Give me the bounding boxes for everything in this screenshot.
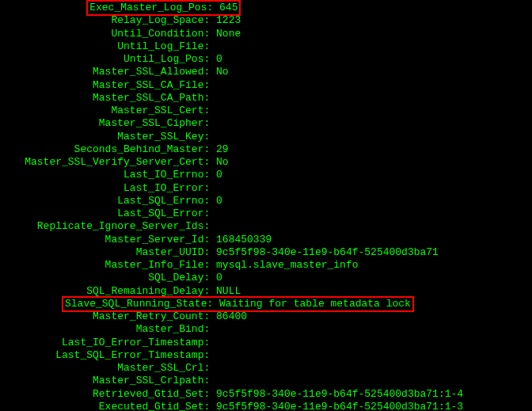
- colon-separator: :: [203, 362, 216, 375]
- status-row: Last_IO_Error:: [0, 182, 532, 195]
- status-key: Master_SSL_Verify_Server_Cert: [0, 156, 203, 169]
- status-row: Until_Condition: None: [0, 28, 532, 40]
- status-key: Last_IO_Error_Timestamp: [0, 337, 203, 349]
- colon-separator: :: [203, 131, 216, 143]
- colon-separator: :: [203, 66, 216, 78]
- status-key: Last_SQL_Error: [0, 207, 203, 220]
- status-row: Last_IO_Error_Timestamp:: [0, 337, 532, 349]
- status-key: Relay_Log_Space: [0, 14, 203, 27]
- status-row: Exec_Master_Log_Pos: 645: [0, 2, 532, 14]
- status-row: Master_SSL_Crl:: [0, 362, 532, 375]
- status-row: Master_SSL_Cert:: [0, 105, 532, 117]
- status-row: Master_Server_Id: 168450339: [0, 234, 532, 246]
- status-row: Master_Retry_Count: 86400: [0, 310, 532, 323]
- status-value: 86400: [216, 310, 247, 323]
- status-key: Retrieved_Gtid_Set: [0, 388, 203, 401]
- colon-separator: :: [203, 220, 216, 233]
- status-key: Last_SQL_Error_Timestamp: [0, 349, 203, 362]
- colon-separator: :: [203, 323, 216, 336]
- status-key: Master_SSL_CA_Path: [0, 92, 203, 105]
- status-row: Executed_Gtid_Set: 9c5f5f98-340e-11e9-b6…: [0, 401, 532, 411]
- status-key: Until_Log_Pos: [0, 53, 203, 66]
- status-value: 0: [216, 272, 222, 284]
- status-value: No: [216, 66, 229, 78]
- status-row: Last_SQL_Errno: 0: [0, 195, 532, 207]
- status-value: 29: [216, 143, 229, 156]
- status-row: Master_SSL_CA_Path:: [0, 92, 532, 105]
- colon-separator: :: [203, 401, 216, 411]
- slave-status-output: Exec_Master_Log_Pos: 645 Relay_Log_Space…: [0, 2, 532, 411]
- status-row: Master_UUID: 9c5f5f98-340e-11e9-b64f-525…: [0, 246, 532, 259]
- status-value: 9c5f5f98-340e-11e9-b64f-525400d3ba71: [216, 246, 439, 259]
- status-row: Replicate_Ignore_Server_Ids:: [0, 220, 532, 233]
- status-row: Master_Info_File: mysql.slave_master_inf…: [0, 259, 532, 272]
- status-key: Master_SSL_Cert: [0, 105, 203, 117]
- padding: [0, 298, 62, 310]
- status-value: mysql.slave_master_info: [216, 259, 358, 272]
- status-value: 0: [216, 53, 222, 66]
- status-key: Seconds_Behind_Master: [0, 143, 203, 156]
- colon-separator: :: [203, 388, 216, 401]
- status-row: Master_SSL_Allowed: No: [0, 66, 532, 78]
- colon-separator: :: [203, 375, 216, 387]
- highlight-box: Slave_SQL_Running_State: Waiting for tab…: [62, 296, 414, 312]
- status-row: Master_SSL_Verify_Server_Cert: No: [0, 156, 532, 169]
- colon-separator: :: [203, 169, 216, 181]
- status-value: 645: [219, 2, 238, 14]
- colon-separator: :: [203, 207, 216, 220]
- status-key: Master_SSL_Crlpath: [0, 375, 203, 387]
- status-key: Master_SSL_CA_File: [0, 79, 203, 92]
- status-key: SQL_Delay: [0, 272, 203, 284]
- colon-separator: :: [207, 298, 219, 310]
- status-row: Master_SSL_Key:: [0, 131, 532, 143]
- colon-separator: :: [203, 156, 216, 169]
- status-key: Master_SSL_Allowed: [0, 66, 203, 78]
- status-key: Until_Log_File: [0, 40, 203, 53]
- status-value: 1223: [216, 14, 241, 27]
- status-key: Executed_Gtid_Set: [0, 401, 203, 411]
- status-key: Master_Server_Id: [0, 234, 203, 246]
- status-key: Master_Retry_Count: [0, 310, 203, 323]
- colon-separator: :: [203, 105, 216, 117]
- colon-separator: :: [203, 246, 216, 259]
- status-value: No: [216, 156, 229, 169]
- status-value: 9c5f5f98-340e-11e9-b64f-525400d3ba71:1-3: [216, 401, 463, 411]
- status-value: 0: [216, 169, 222, 181]
- colon-separator: :: [203, 182, 216, 195]
- colon-separator: :: [203, 117, 216, 130]
- status-row: SQL_Delay: 0: [0, 272, 532, 284]
- status-key: Last_SQL_Errno: [0, 195, 203, 207]
- colon-separator: :: [203, 337, 216, 349]
- status-row: Retrieved_Gtid_Set: 9c5f5f98-340e-11e9-b…: [0, 388, 532, 401]
- status-key: Replicate_Ignore_Server_Ids: [0, 220, 203, 233]
- status-key: Master_Bind: [0, 323, 203, 336]
- colon-separator: :: [203, 259, 216, 272]
- status-key: Master_SSL_Cipher: [0, 117, 203, 130]
- colon-separator: :: [203, 143, 216, 156]
- status-key: Master_UUID: [0, 246, 203, 259]
- status-key: Last_IO_Error: [0, 182, 203, 195]
- padding: [0, 2, 86, 14]
- status-row: Last_IO_Errno: 0: [0, 169, 532, 181]
- highlight-box: Exec_Master_Log_Pos: 645: [86, 0, 241, 16]
- colon-separator: :: [203, 92, 216, 105]
- status-value: 9c5f5f98-340e-11e9-b64f-525400d3ba71:1-4: [216, 388, 463, 401]
- colon-separator: :: [203, 40, 216, 53]
- status-key: Master_SSL_Key: [0, 131, 203, 143]
- status-value: 0: [216, 195, 222, 207]
- colon-separator: :: [203, 79, 216, 92]
- status-row: Master_Bind:: [0, 323, 532, 336]
- status-row: Until_Log_File:: [0, 40, 532, 53]
- colon-separator: :: [203, 272, 216, 284]
- colon-separator: :: [203, 349, 216, 362]
- status-value: None: [216, 28, 241, 40]
- status-value: 168450339: [216, 234, 272, 246]
- status-key: Master_Info_File: [0, 259, 203, 272]
- status-key: Slave_SQL_Running_State: [65, 298, 207, 310]
- status-key: Master_SSL_Crl: [0, 362, 203, 375]
- colon-separator: :: [207, 2, 219, 14]
- status-key: Until_Condition: [0, 28, 203, 40]
- status-row: Relay_Log_Space: 1223: [0, 14, 532, 27]
- status-row: Slave_SQL_Running_State: Waiting for tab…: [0, 298, 532, 310]
- status-row: Last_SQL_Error_Timestamp:: [0, 349, 532, 362]
